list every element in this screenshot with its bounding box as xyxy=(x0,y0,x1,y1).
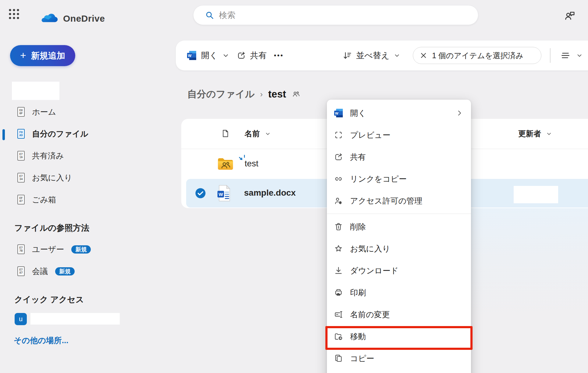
download-icon xyxy=(334,266,343,275)
share-icon xyxy=(237,51,246,60)
sidebar-browse-nav: E77B ユーザー 新規 E787 会議 新規 xyxy=(0,238,146,282)
sidebar-item-my-files[interactable]: F0A9 自分のファイル xyxy=(0,123,146,145)
browse-files-heading: ファイルの参照方法 xyxy=(14,222,89,233)
star-icon xyxy=(334,244,343,254)
list-view-icon xyxy=(560,52,571,59)
plus-icon: + xyxy=(20,50,26,60)
sort-button[interactable]: 並べ替え xyxy=(343,41,400,70)
move-folder-icon xyxy=(334,332,343,341)
svg-text:W: W xyxy=(188,54,192,58)
file-name: sample.docx xyxy=(244,188,296,198)
shared-folder-icon xyxy=(217,157,234,171)
chevron-down-icon xyxy=(546,131,552,137)
file-name: test xyxy=(245,159,258,169)
onedrive-logo-icon xyxy=(41,12,58,23)
menu-item-copy[interactable]: コピー xyxy=(327,347,471,369)
word-icon: W xyxy=(186,50,197,61)
search-icon xyxy=(205,11,214,20)
onedrive-app: OneDrive 検索 + 新規追加 E80F ホーム F0A9 xyxy=(0,0,588,373)
redacted-modified-by xyxy=(514,186,558,203)
copy-link-icon xyxy=(334,174,343,184)
share-icon xyxy=(334,152,343,162)
svg-text:W: W xyxy=(218,192,223,197)
column-header-name[interactable]: 名前 xyxy=(245,129,271,139)
sidebar-item-people[interactable]: E77B ユーザー 新規 xyxy=(0,238,146,260)
add-new-button[interactable]: + 新規追加 xyxy=(10,45,75,66)
breadcrumb-my-files[interactable]: 自分のファイル xyxy=(187,88,255,101)
recycle-bin-icon: EF87 xyxy=(17,195,25,204)
word-icon: W xyxy=(334,108,343,118)
menu-item-open[interactable]: W 開く xyxy=(327,102,471,124)
more-commands-button[interactable]: ••• xyxy=(274,41,284,70)
search-placeholder: 検索 xyxy=(219,10,236,21)
command-toolbar: W 開く 共有 ••• 並べ替え 1 個のアイテムを選択済み xyxy=(176,41,588,70)
sidebar-item-home[interactable]: E80F ホーム xyxy=(0,101,146,123)
sidebar-item-shared[interactable]: E716 共有済み xyxy=(0,145,146,167)
toolbar-divider xyxy=(550,48,551,63)
new-badge: 新規 xyxy=(55,267,75,275)
chevron-down-icon xyxy=(222,52,229,59)
context-menu: W 開く プレビュー 共有 xyxy=(327,100,471,373)
menu-item-delete[interactable]: 削除 xyxy=(327,216,471,238)
menu-separator xyxy=(327,214,471,214)
breadcrumb: 自分のファイル › test xyxy=(187,88,301,101)
people-nav-icon: E77B xyxy=(17,244,25,254)
document-column-icon xyxy=(221,129,230,138)
close-icon[interactable] xyxy=(420,52,427,59)
my-files-icon: F0A9 xyxy=(17,129,25,139)
shared-people-icon xyxy=(292,90,301,99)
home-icon: E80F xyxy=(17,107,25,117)
more-places-link[interactable]: その他の場所... xyxy=(14,335,69,346)
app-title: OneDrive xyxy=(63,13,105,24)
menu-item-preview[interactable]: プレビュー xyxy=(327,124,471,146)
trash-icon xyxy=(334,222,343,232)
column-header-modified-by[interactable]: 更新者 xyxy=(518,129,552,139)
new-badge: 新規 xyxy=(71,245,91,254)
chevron-down-icon xyxy=(576,52,583,59)
menu-item-favorite[interactable]: お気に入り xyxy=(327,238,471,260)
shared-icon: E716 xyxy=(17,151,25,161)
rename-icon xyxy=(334,310,343,319)
view-selector-button[interactable] xyxy=(560,41,583,70)
menu-item-download[interactable]: ダウンロード xyxy=(327,260,471,282)
breadcrumb-current-folder: test xyxy=(268,88,286,100)
redacted-quick-access-name xyxy=(30,313,120,325)
redacted-account-name xyxy=(12,82,59,100)
search-input[interactable]: 検索 xyxy=(193,5,478,25)
sidebar-item-recycle-bin[interactable]: EF87 ごみ箱 xyxy=(0,189,146,211)
favorites-icon: E734 xyxy=(17,173,25,183)
sort-icon xyxy=(343,51,352,60)
chevron-down-icon xyxy=(265,131,271,137)
sidebar-item-meetings[interactable]: E787 会議 新規 xyxy=(0,260,146,282)
ellipsis-icon: ••• xyxy=(274,52,284,59)
quick-access-site-tile[interactable]: u xyxy=(15,313,27,325)
menu-item-copy-link[interactable]: リンクをコピー xyxy=(327,168,471,190)
quick-access-heading: クイック アクセス xyxy=(14,294,84,305)
meetings-nav-icon: E787 xyxy=(17,266,25,276)
selection-count-chip[interactable]: 1 個のアイテムを選択済み xyxy=(413,47,541,64)
manage-access-icon xyxy=(334,196,343,206)
svg-text:W: W xyxy=(335,111,339,115)
feedback-icon[interactable] xyxy=(564,9,576,22)
menu-item-manage-access[interactable]: アクセス許可の管理 xyxy=(327,190,471,212)
menu-item-share[interactable]: 共有 xyxy=(327,146,471,168)
print-icon xyxy=(334,288,343,297)
add-new-label: 新規追加 xyxy=(31,50,65,62)
selected-check-icon[interactable] xyxy=(195,188,206,199)
menu-item-print[interactable]: 印刷 xyxy=(327,282,471,304)
selection-count-label: 1 個のアイテムを選択済み xyxy=(432,51,523,61)
word-document-icon: W xyxy=(217,185,232,202)
app-launcher-waffle-icon[interactable] xyxy=(7,7,21,21)
copy-icon xyxy=(334,353,343,363)
chevron-down-icon xyxy=(394,52,400,59)
chevron-right-icon xyxy=(456,109,463,117)
menu-item-move[interactable]: 移動 xyxy=(327,325,471,347)
menu-item-rename[interactable]: 名前の変更 xyxy=(327,304,471,325)
share-button[interactable]: 共有 xyxy=(237,41,267,70)
background-gradient xyxy=(471,208,588,373)
breadcrumb-separator: › xyxy=(260,90,263,99)
open-button[interactable]: W 開く xyxy=(186,41,229,70)
sidebar-nav: E80F ホーム F0A9 自分のファイル E716 共有済み E734 お気に… xyxy=(0,101,146,211)
sidebar-item-favorites[interactable]: E734 お気に入り xyxy=(0,167,146,189)
preview-icon xyxy=(334,130,343,140)
